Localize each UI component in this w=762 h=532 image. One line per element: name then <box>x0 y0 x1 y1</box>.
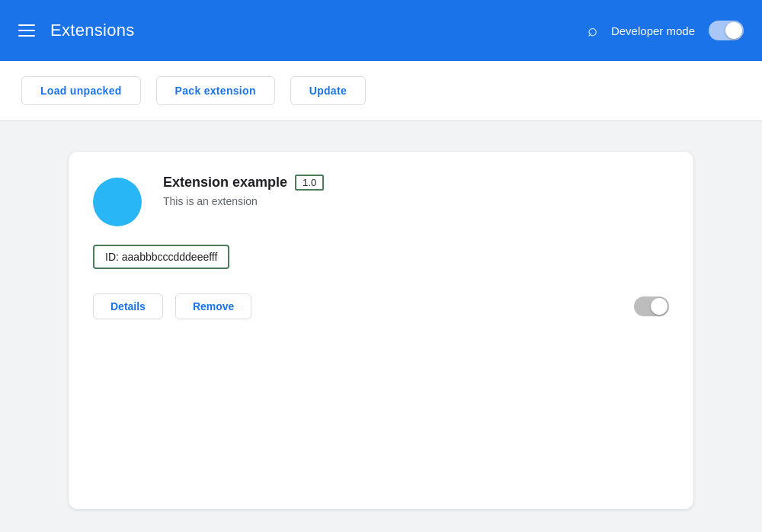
app-header: Extensions ⌕ Developer mode <box>0 0 762 61</box>
extension-name-row: Extension example 1.0 <box>163 175 669 191</box>
extension-icon <box>93 178 142 226</box>
details-button[interactable]: Details <box>93 293 163 319</box>
extension-id-box: ID: aaabbbcccdddeeefff <box>93 245 229 269</box>
header-right: ⌕ Developer mode <box>588 21 744 40</box>
remove-button[interactable]: Remove <box>175 293 251 319</box>
card-buttons: Details Remove <box>93 293 251 319</box>
search-icon[interactable]: ⌕ <box>588 21 597 40</box>
card-top: Extension example 1.0 This is an extensi… <box>93 175 669 226</box>
load-unpacked-button[interactable]: Load unpacked <box>21 76 141 105</box>
extension-name: Extension example <box>163 175 287 191</box>
menu-icon[interactable] <box>18 24 35 37</box>
update-button[interactable]: Update <box>290 76 366 105</box>
main-content: Extension example 1.0 This is an extensi… <box>0 121 762 532</box>
developer-mode-label: Developer mode <box>611 24 695 37</box>
extension-description: This is an extension <box>163 195 669 207</box>
developer-mode-toggle[interactable] <box>709 21 744 40</box>
page-title: Extensions <box>50 21 135 40</box>
extension-card: Extension example 1.0 This is an extensi… <box>69 152 693 509</box>
header-left: Extensions <box>18 21 135 40</box>
extension-info: Extension example 1.0 This is an extensi… <box>163 175 669 207</box>
pack-extension-button[interactable]: Pack extension <box>156 76 275 105</box>
extension-enable-toggle[interactable] <box>634 296 669 316</box>
card-bottom: Details Remove <box>93 290 669 319</box>
extension-version-badge: 1.0 <box>295 175 324 191</box>
toolbar: Load unpacked Pack extension Update <box>0 61 762 121</box>
extension-id-section: ID: aaabbbcccdddeeefff <box>93 245 669 269</box>
